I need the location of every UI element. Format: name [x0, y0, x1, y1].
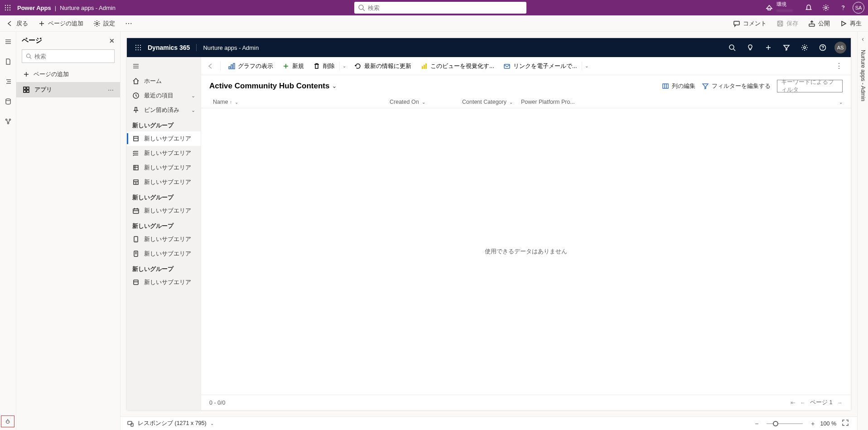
search-icon [728, 44, 736, 51]
zoom-slider[interactable] [767, 423, 803, 424]
nav-home[interactable]: ホーム [127, 74, 201, 88]
svg-rect-27 [27, 87, 29, 89]
close-panel-button[interactable]: ✕ [109, 37, 115, 44]
pages-add-button[interactable]: ページの追加 [16, 67, 120, 82]
user-avatar[interactable]: SA [853, 2, 864, 14]
global-search[interactable] [354, 2, 526, 14]
pages-search-input[interactable] [34, 53, 111, 60]
d365-title[interactable]: Dynamics 365 [148, 44, 197, 51]
rail-pages[interactable] [1, 54, 15, 69]
back-arrow[interactable] [205, 63, 217, 70]
pages-search[interactable] [22, 49, 115, 63]
fit-to-screen-button[interactable] [840, 419, 851, 428]
app-title[interactable]: Power Apps [17, 5, 51, 11]
d365-search-button[interactable] [724, 38, 740, 57]
delete-button[interactable]: 削除 [309, 60, 338, 72]
d365-app-name[interactable]: Nurture apps - Admin [203, 44, 259, 51]
nav-recent[interactable]: 最近の項目 ⌄ [127, 88, 201, 103]
edit-filters-button[interactable]: フィルターを編集する [702, 82, 771, 90]
environment-picker[interactable]: 環境 ——— [766, 1, 793, 14]
rail-hamburger[interactable] [1, 34, 15, 49]
d365-filter-button[interactable] [778, 38, 795, 57]
expand-right-panel[interactable]: ‹ [862, 35, 864, 43]
d365-avatar[interactable]: AS [834, 42, 846, 53]
svg-rect-52 [134, 280, 138, 285]
more-button[interactable]: ⋯ [123, 17, 135, 29]
page-first[interactable]: ⇤ [791, 399, 796, 406]
chevron-down-icon[interactable]: ⌄ [210, 421, 214, 426]
page-prev[interactable]: ← [800, 400, 806, 406]
visualize-button[interactable]: このビューを視覚化す... [417, 60, 498, 72]
delete-dropdown[interactable]: ⌄ [339, 62, 349, 70]
project-title[interactable]: Nurture apps - Admin [60, 5, 116, 11]
zoom-slider-thumb[interactable] [773, 421, 778, 426]
edit-columns-button[interactable]: 列の編集 [662, 82, 695, 90]
svg-point-0 [5, 5, 6, 6]
env-name: ——— [776, 7, 793, 14]
zoom-out-button[interactable]: − [753, 420, 760, 427]
gear-icon [801, 44, 808, 51]
rail-navigation[interactable] [1, 74, 15, 89]
item-more-button[interactable]: ⋯ [108, 87, 114, 93]
email-link-button[interactable]: リンクを電子メールで... [500, 60, 581, 72]
subarea-icon [132, 150, 140, 157]
help-button[interactable] [835, 0, 851, 15]
settings-button-bar[interactable]: 設定 [92, 18, 117, 29]
d365-help-button[interactable] [815, 38, 831, 57]
new-button[interactable]: 新規 [279, 60, 308, 72]
cmdbar-overflow[interactable]: ⋮ [831, 60, 847, 72]
page-next[interactable]: → [837, 400, 843, 406]
show-chart-button[interactable]: グラフの表示 [224, 60, 277, 72]
nav-pinned[interactable]: ピン留め済み ⌄ [127, 103, 201, 117]
column-name[interactable]: Name ↑ ⌄ [213, 99, 390, 105]
email-dropdown[interactable]: ⌄ [582, 62, 591, 70]
rail-automation[interactable] [1, 114, 15, 129]
column-content-category[interactable]: Content Category ⌄ [462, 99, 521, 105]
view-selector[interactable]: Active Community Hub Contents ⌄ [209, 82, 337, 91]
pages-item-app[interactable]: アプリ ⋯ [16, 82, 120, 97]
nav-subarea[interactable]: 新しいサブエリア [127, 203, 201, 218]
d365-settings-button[interactable] [796, 38, 813, 57]
record-count: 0 - 0/0 [209, 400, 225, 406]
nav-subarea[interactable]: 新しいサブエリア [127, 131, 201, 146]
notifications-button[interactable] [801, 0, 816, 15]
env-label: 環境 [776, 1, 793, 7]
lightbulb-icon [747, 44, 754, 51]
back-button[interactable]: 戻る [5, 18, 30, 29]
svg-point-9 [359, 5, 363, 10]
column-power-platform[interactable]: Power Platform Pro... ⌄ [521, 99, 843, 105]
chevron-down-icon: ⌄ [839, 100, 843, 105]
empty-state-text: 使用できるデータはありません [485, 247, 567, 256]
rail-data[interactable] [1, 94, 15, 109]
nav-subarea[interactable]: 新しいサブエリア [127, 232, 201, 246]
waffle-icon[interactable] [0, 0, 15, 15]
svg-line-10 [363, 9, 365, 11]
publish-button[interactable]: 公開 [806, 18, 832, 29]
rail-virtual-agent[interactable] [1, 416, 14, 427]
right-panel-label[interactable]: Nurture apps - Admin [860, 50, 866, 101]
chevron-down-icon: ⌄ [422, 100, 425, 105]
sitemap-toggle[interactable] [127, 60, 201, 74]
svg-point-24 [27, 54, 30, 58]
play-button[interactable]: 再生 [838, 18, 863, 29]
d365-bulb-button[interactable] [742, 38, 758, 57]
save-button[interactable]: 保存 [775, 18, 800, 29]
add-page-button[interactable]: ページの追加 [36, 18, 85, 29]
nav-subarea[interactable]: 新しいサブエリア [127, 246, 201, 261]
responsive-label[interactable]: レスポンシブ (1271 x 795) [138, 420, 207, 427]
comments-button[interactable]: コメント [731, 18, 768, 29]
nav-subarea[interactable]: 新しいサブエリア [127, 160, 201, 175]
fit-icon [842, 419, 849, 426]
d365-add-button[interactable] [760, 38, 776, 57]
column-created-on[interactable]: Created On ⌄ [390, 99, 462, 105]
nav-subarea[interactable]: 新しいサブエリア [127, 146, 201, 160]
keyword-filter-input[interactable]: キーワードによるフィルタ [777, 80, 843, 92]
global-search-input[interactable] [368, 5, 523, 11]
d365-waffle[interactable] [131, 44, 145, 51]
svg-point-33 [135, 47, 136, 48]
zoom-in-button[interactable]: + [809, 420, 816, 427]
nav-subarea[interactable]: 新しいサブエリア [127, 175, 201, 189]
refresh-button[interactable]: 最新の情報に更新 [351, 60, 415, 72]
nav-subarea[interactable]: 新しいサブエリア [127, 275, 201, 290]
settings-button[interactable] [818, 0, 834, 15]
